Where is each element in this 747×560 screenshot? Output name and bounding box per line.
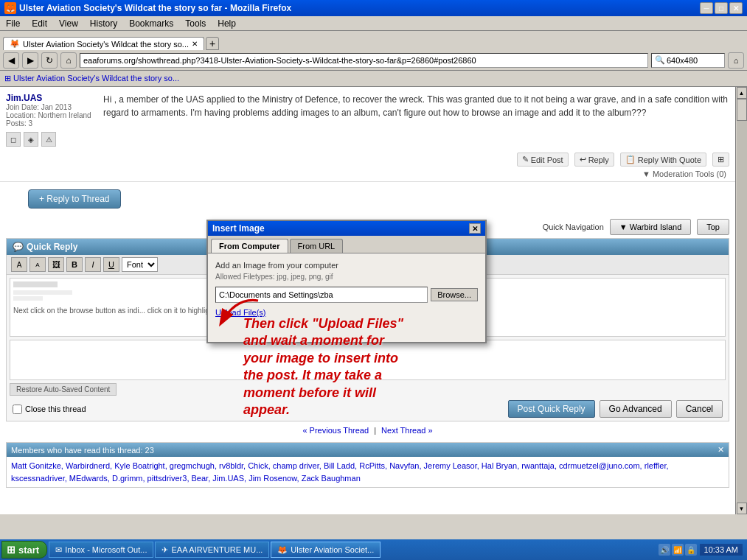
address-bar: ◀ ▶ ↻ ⌂ 🔍 640x480 ⌂ (0, 50, 747, 71)
dialog-close-button[interactable]: ✕ (469, 223, 481, 234)
windows-icon: ⊞ (7, 544, 15, 556)
bookmark-item[interactable]: ⊞ Ulster Aviation Society's Wildcat the … (4, 74, 179, 83)
dialog-content: Add an Image from your computer Allowed … (208, 253, 485, 342)
new-tab-button[interactable]: + (206, 37, 219, 50)
upload-files-link[interactable]: Upload File(s) (215, 308, 265, 317)
window-title: Ulster Aviation Society's Wildcat the st… (19, 3, 291, 13)
dialog-tab-from-computer[interactable]: From Computer (211, 239, 288, 253)
menu-edit[interactable]: Edit (29, 18, 50, 29)
back-button[interactable]: ◀ (3, 52, 19, 69)
taskbar-clock: 10:33 AM (700, 544, 743, 556)
dialog-overlay: Insert Image ✕ From Computer From URL Ad… (0, 87, 747, 514)
dialog-add-image-label: Add an Image from your computer (215, 261, 478, 270)
menu-view[interactable]: View (56, 18, 81, 29)
file-path-input[interactable] (215, 287, 428, 303)
dialog-title: Insert Image (212, 223, 265, 234)
insert-image-dialog: Insert Image ✕ From Computer From URL Ad… (206, 220, 487, 343)
inbox-icon: ✉ (55, 545, 62, 555)
eaa-icon: ✈ (161, 545, 168, 555)
taskbar-item-firefox[interactable]: 🦊 Ulster Aviation Societ... (271, 542, 381, 558)
tray-icon-3: 🔒 (685, 544, 697, 556)
menu-bar: File Edit View History Bookmarks Tools H… (0, 16, 747, 31)
tab-active[interactable]: 🦊 Ulster Aviation Society's Wildcat the … (3, 37, 204, 50)
dialog-titlebar: Insert Image ✕ (208, 221, 485, 236)
dialog-filetypes-label: Allowed Filetypes: jpg, jpeg, png, gif (215, 273, 478, 281)
home-button[interactable]: ⌂ (60, 52, 77, 69)
taskbar-eaa-label: EAA AIRVENTURE MU... (171, 545, 263, 554)
window-titlebar: 🦊 Ulster Aviation Society's Wildcat the … (0, 0, 747, 16)
forward-button[interactable]: ▶ (22, 52, 38, 69)
refresh-button[interactable]: ↻ (41, 52, 58, 69)
taskbar-firefox-label: Ulster Aviation Societ... (291, 545, 374, 554)
menu-help[interactable]: Help (215, 18, 239, 29)
maximize-button[interactable]: □ (715, 2, 728, 14)
taskbar: ⊞ start ✉ Inbox - Microsoft Out... ✈ EAA… (0, 539, 747, 560)
tray-icon-2: 📶 (672, 544, 684, 556)
taskbar-item-inbox[interactable]: ✉ Inbox - Microsoft Out... (49, 542, 153, 558)
menu-bookmarks[interactable]: Bookmarks (126, 18, 176, 29)
menu-history[interactable]: History (87, 18, 120, 29)
start-label: start (18, 545, 39, 556)
main-content: Jim.UAS Join Date: Jan 2013 Location: No… (0, 87, 747, 514)
menu-tools[interactable]: Tools (182, 18, 209, 29)
address-input[interactable] (80, 53, 648, 68)
tray-icon-1: 🔊 (659, 544, 670, 556)
search-box[interactable]: 🔍 640x480 (651, 53, 725, 68)
dialog-tab-from-url[interactable]: From URL (290, 239, 344, 253)
dialog-tab-bar: From Computer From URL (208, 236, 485, 253)
bookmark-bar: ⊞ Ulster Aviation Society's Wildcat the … (0, 71, 747, 87)
minimize-button[interactable]: ─ (700, 2, 713, 14)
start-button[interactable]: ⊞ start (1, 541, 47, 559)
browse-button[interactable]: Browse... (431, 288, 478, 301)
taskbar-inbox-label: Inbox - Microsoft Out... (65, 545, 147, 554)
taskbar-right: 🔊 📶 🔒 10:33 AM (659, 544, 746, 556)
close-button[interactable]: ✕ (729, 2, 743, 14)
firefox-taskbar-icon: 🦊 (277, 545, 288, 555)
go-home-icon[interactable]: ⌂ (728, 52, 744, 69)
menu-file[interactable]: File (3, 18, 23, 29)
tab-close-icon[interactable]: ✕ (192, 40, 198, 48)
tab-label: Ulster Aviation Society's Wildcat the st… (23, 40, 189, 49)
tab-bar: 🦊 Ulster Aviation Society's Wildcat the … (0, 31, 747, 50)
taskbar-item-eaa[interactable]: ✈ EAA AIRVENTURE MU... (155, 542, 269, 558)
firefox-icon: 🦊 (4, 2, 16, 14)
search-engine-icon: 🔍 (655, 55, 665, 65)
tab-icon: 🦊 (10, 39, 20, 49)
